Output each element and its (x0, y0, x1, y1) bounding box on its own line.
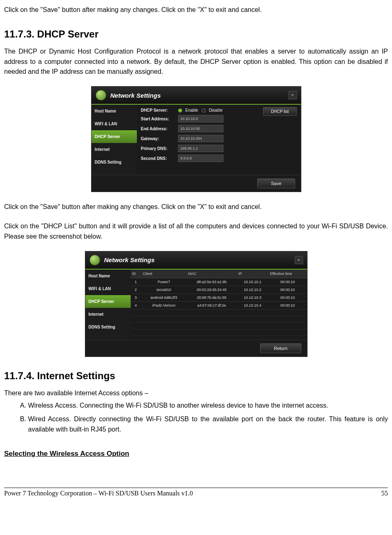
cell-ip: 10.10.10.2 (237, 286, 268, 293)
footer-left: Power 7 Technology Corporation – Wi-Fi S… (4, 490, 193, 497)
col-time: Effective time (268, 270, 307, 278)
gateway-input[interactable] (178, 135, 223, 142)
start-address-input[interactable] (178, 115, 223, 122)
table-row: 1Power7d8:a2:5e:92:a1:9b10.10.10.100:00:… (131, 278, 307, 286)
dhcp-list-instruction: Click on the "DHCP List" button and it w… (4, 221, 388, 242)
radio-enable-label: Enable (185, 108, 198, 113)
start-address-label: Start Address: (141, 117, 174, 121)
network-icon (89, 255, 100, 265)
close-button[interactable]: × (289, 91, 297, 99)
table-row: 4iPad2-Verizona4:67:06:c7:df:2e10.10.10.… (131, 301, 307, 309)
sidebar-item-internet[interactable]: Internet (85, 308, 131, 321)
table-row: 3android-6d8c2f328:98:7b:da:5c:8510.10.1… (131, 293, 307, 301)
end-address-label: End Address: (141, 127, 174, 131)
cell-time: 00:00:10 (268, 293, 307, 301)
table-row-empty (131, 329, 307, 336)
cell-id: 3 (131, 293, 141, 301)
second-dns-label: Second DNS: (141, 156, 174, 161)
table-row: 2tecra91000:02:2d:45:24:4510.10.10.200:0… (131, 286, 307, 293)
dhcp-server-label: DHCP Server: (141, 108, 174, 113)
page-footer: Power 7 Technology Corporation – Wi-Fi S… (4, 488, 388, 497)
sidebar-item-dhcp-server[interactable]: DHCP Server (92, 130, 137, 143)
sidebar-item-ddns-setting[interactable]: DDNS Setting (85, 321, 131, 333)
dhcp-list-table: ID Client MAC IP Effective time 1Power7d… (131, 270, 307, 336)
option-wired-access: Wired Access. Directly connecting the Wi… (28, 414, 388, 435)
dhcp-list-button[interactable]: DHCP list (263, 107, 296, 116)
return-button[interactable]: Return (260, 343, 301, 353)
dhcp-config-screenshot: Network Settings × Host Name WIFI & LAN … (4, 86, 388, 192)
col-client: Client (141, 270, 186, 278)
sidebar-item-wifi-lan[interactable]: WIFI & LAN (92, 117, 137, 130)
cell-ip: 10.10.10.3 (237, 293, 268, 301)
radio-enable-icon[interactable] (178, 108, 182, 113)
option-wireless-access: Wireless Access. Connecting the Wi-Fi SD… (28, 401, 388, 411)
heading-dhcp-server: 11.7.3. DHCP Server (4, 28, 388, 40)
cell-time: 00:00:10 (268, 301, 307, 309)
save-button[interactable]: Save (257, 178, 295, 188)
cell-id: 4 (131, 301, 141, 309)
cell-mac: d8:a2:5e:92:a1:9b (187, 278, 237, 286)
col-mac: MAC (187, 270, 237, 278)
panel2-title: Network Settings (104, 256, 291, 263)
second-dns-input[interactable] (178, 155, 223, 162)
sidebar-item-host-name[interactable]: Host Name (92, 105, 137, 117)
panel1-title: Network Settings (110, 92, 284, 99)
cell-id: 2 (131, 286, 141, 293)
primary-dns-input[interactable] (178, 145, 223, 152)
dhcp-enable-radio-group[interactable]: Enable Disable (178, 108, 223, 113)
primary-dns-label: Primary DNS: (141, 146, 174, 151)
save-exit-para-mid: Click on the "Save" button after making … (4, 202, 388, 212)
panel1-form: DHCP list DHCP Server: Enable Disable St… (137, 105, 301, 175)
subheading-wireless-access: Selecting the Wireless Access Option (4, 450, 388, 458)
internet-options-intro: There are two available Internet Access … (4, 388, 388, 399)
cell-mac: 28:98:7b:da:5c:85 (187, 293, 237, 301)
radio-disable-label: Disable (209, 108, 223, 113)
sidebar-item-host-name[interactable]: Host Name (85, 270, 131, 282)
cell-time: 00:00:10 (268, 286, 307, 293)
table-row-empty (131, 322, 307, 329)
col-id: ID (131, 270, 141, 278)
internet-options-list: Wireless Access. Connecting the Wi-Fi SD… (4, 401, 388, 434)
cell-ip: 10.10.10.1 (237, 278, 268, 286)
sidebar-item-ddns-setting[interactable]: DDNS Setting (92, 156, 137, 169)
radio-disable-icon[interactable] (202, 108, 206, 113)
cell-client: Power7 (141, 278, 186, 286)
close-button[interactable]: × (295, 256, 303, 264)
cell-client: android-6d8c2f3 (141, 293, 186, 301)
gateway-label: Gateway: (141, 136, 174, 141)
panel2-sidebar: Host Name WIFI & LAN DHCP Server Interne… (85, 270, 131, 340)
cell-client: iPad2-Verizon (141, 301, 186, 309)
sidebar-item-wifi-lan[interactable]: WIFI & LAN (85, 282, 131, 295)
table-row-empty (131, 316, 307, 322)
col-ip: IP (237, 270, 268, 278)
sidebar-item-dhcp-server[interactable]: DHCP Server (85, 295, 131, 308)
table-row-empty (131, 309, 307, 316)
dhcp-desc: The DHCP or Dynamic Host Configuration P… (4, 47, 388, 77)
cell-ip: 10.10.10.4 (237, 301, 268, 309)
cell-mac: a4:67:06:c7:df:2e (187, 301, 237, 309)
sidebar-item-internet[interactable]: Internet (92, 143, 137, 156)
heading-internet-settings: 11.7.4. Internet Settings (4, 370, 388, 382)
save-exit-para-top: Click on the "Save" button after making … (4, 5, 388, 15)
panel1-sidebar: Host Name WIFI & LAN DHCP Server Interne… (92, 105, 137, 175)
cell-id: 1 (131, 278, 141, 286)
network-icon (96, 90, 106, 101)
cell-time: 00:00:10 (268, 278, 307, 286)
cell-mac: 00:02:2d:45:24:45 (187, 286, 237, 293)
footer-page-number: 55 (381, 490, 388, 497)
cell-client: tecra910 (141, 286, 186, 293)
dhcp-list-screenshot: Network Settings × Host Name WIFI & LAN … (4, 251, 388, 357)
end-address-input[interactable] (178, 125, 223, 132)
